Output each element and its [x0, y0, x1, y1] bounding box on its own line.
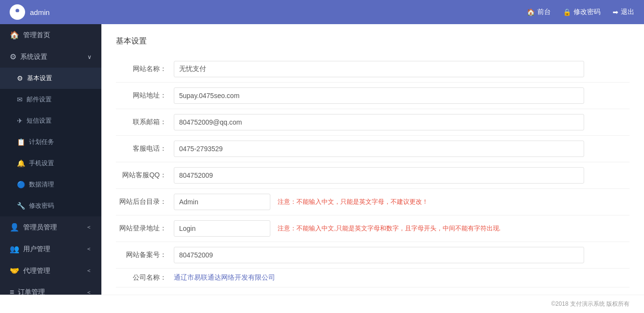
field-control-site-name — [174, 61, 584, 77]
sidebar-submenu-system: ⚙ 基本设置 ✉ 邮件设置 ✈ 短信设置 📋 计划任务 🔔 手机设置 🔵 数据 — [0, 68, 101, 216]
users-icon: 👥 — [10, 244, 19, 254]
contact-email-input[interactable] — [174, 114, 584, 130]
copyright-text: ©2018 支付演示系统 版权所有 — [551, 300, 630, 307]
site-qq-input[interactable] — [174, 167, 584, 184]
order-icon: ≡ — [10, 288, 14, 295]
bell-icon: 🔔 — [17, 159, 25, 167]
sidebar-item-label: 数据清理 — [29, 180, 92, 189]
form-row-company: 公司名称： 通辽市易联通达网络开发有限公司 — [116, 269, 630, 287]
sidebar-group-label: 用户管理 — [23, 245, 82, 254]
lock-icon: 🔒 — [563, 8, 571, 16]
page-title: 基本设置 — [116, 36, 630, 46]
chevron-left-icon: ＜ — [86, 267, 92, 275]
chevron-down-icon: ∨ — [87, 54, 92, 60]
sidebar-item-agent[interactable]: 🤝 代理管理 ＜ — [0, 260, 101, 282]
task-icon: 📋 — [17, 138, 25, 146]
login-url-input[interactable] — [174, 220, 270, 237]
site-url-input[interactable] — [174, 87, 584, 104]
frontend-label: 前台 — [537, 8, 551, 16]
mail-icon: ✉ — [17, 96, 23, 103]
frontend-button[interactable]: 🏠 前台 — [527, 8, 551, 16]
sidebar-item-user[interactable]: 👥 用户管理 ＜ — [0, 238, 101, 260]
logout-button[interactable]: ➡ 退出 — [613, 8, 634, 16]
form-row-site-name: 网站名称： — [116, 56, 630, 83]
site-name-input[interactable] — [174, 61, 584, 77]
header-username: admin — [30, 8, 50, 16]
sidebar-item-admin[interactable]: 👤 管理员管理 ＜ — [0, 216, 101, 238]
sidebar-group-label: 系统设置 — [20, 53, 84, 61]
sidebar-item-sms[interactable]: ✈ 短信设置 — [0, 110, 101, 131]
field-control-site-url — [174, 87, 584, 104]
sidebar-item-password[interactable]: 🔧 修改密码 — [0, 195, 101, 216]
exit-icon: ➡ — [613, 8, 618, 16]
field-label-site-qq: 网站客服QQ： — [116, 171, 174, 180]
service-phone-input[interactable] — [174, 141, 584, 157]
sidebar-group-label: 代理管理 — [23, 267, 82, 275]
sidebar-item-label: 计划任务 — [29, 138, 92, 146]
chevron-left-icon: ＜ — [86, 223, 92, 231]
change-password-label: 修改密码 — [574, 8, 601, 16]
backend-dir-input[interactable] — [174, 194, 270, 210]
admin-icon: 👤 — [10, 223, 19, 232]
field-control-backend-dir: 注意：不能输入中文，只能是英文字母，不建议更改！ — [174, 194, 584, 210]
field-label-service-phone: 客服电话： — [116, 144, 174, 153]
sidebar-item-label: 修改密码 — [29, 201, 92, 210]
form-row-login-url: 网站登录地址： 注意：不能输入中文,只能是英文字母和数字，且字母开头，中间不能有… — [116, 215, 630, 242]
sidebar-item-dashboard[interactable]: 🏠 管理首页 — [0, 24, 101, 46]
form-row-contact-email: 联系邮箱： — [116, 109, 630, 136]
login-url-note: 注意：不能输入中文,只能是英文字母和数字，且字母开头，中间不能有字符出现. — [278, 224, 501, 233]
sidebar-group-label: 管理员管理 — [23, 223, 82, 232]
header: admin 🏠 前台 🔒 修改密码 ➡ 退出 — [0, 0, 644, 24]
data-icon: 🔵 — [17, 181, 25, 188]
main-layout: 🏠 管理首页 ⚙ 系统设置 ∨ ⚙ 基本设置 ✉ 邮件设置 ✈ 短信设置 📋 — [0, 24, 644, 295]
gear-icon: ⚙ — [17, 74, 23, 82]
logout-label: 退出 — [621, 8, 634, 16]
sidebar-item-order[interactable]: ≡ 订单管理 ＜ — [0, 282, 101, 295]
field-label-icp: 网站备案号： — [116, 251, 174, 259]
sidebar-item-label: 手机设置 — [29, 159, 92, 168]
field-label-backend-dir: 网站后台目录： — [116, 198, 174, 206]
field-control-login-url: 注意：不能输入中文,只能是英文字母和数字，且字母开头，中间不能有字符出现. — [174, 220, 584, 237]
sidebar: 🏠 管理首页 ⚙ 系统设置 ∨ ⚙ 基本设置 ✉ 邮件设置 ✈ 短信设置 📋 — [0, 24, 101, 295]
gear-icon: ⚙ — [10, 52, 16, 61]
sidebar-item-data[interactable]: 🔵 数据清理 — [0, 174, 101, 195]
chevron-left-icon: ＜ — [86, 288, 92, 295]
sidebar-item-mobile[interactable]: 🔔 手机设置 — [0, 153, 101, 174]
form-row-site-url: 网站地址： — [116, 83, 630, 109]
sidebar-item-label: 邮件设置 — [27, 95, 92, 104]
field-label-site-url: 网站地址： — [116, 91, 174, 100]
sidebar-item-label: 基本设置 — [27, 74, 92, 83]
field-control-company: 通辽市易联通达网络开发有限公司 — [174, 273, 584, 282]
sidebar-item-mail[interactable]: ✉ 邮件设置 — [0, 89, 101, 110]
avatar — [10, 4, 25, 20]
sms-icon: ✈ — [17, 117, 23, 125]
home-icon: 🏠 — [10, 30, 19, 40]
field-control-service-phone — [174, 141, 584, 157]
header-right: 🏠 前台 🔒 修改密码 ➡ 退出 — [527, 8, 634, 16]
form-row-site-qq: 网站客服QQ： — [116, 162, 630, 189]
sidebar-item-basic[interactable]: ⚙ 基本设置 — [0, 68, 101, 89]
sidebar-group-label: 订单管理 — [18, 288, 82, 295]
sidebar-item-task[interactable]: 📋 计划任务 — [0, 131, 101, 153]
backend-dir-note: 注意：不能输入中文，只能是英文字母，不建议更改！ — [278, 198, 428, 206]
field-label-site-name: 网站名称： — [116, 65, 174, 73]
change-password-button[interactable]: 🔒 修改密码 — [563, 8, 601, 16]
field-label-contact-email: 联系邮箱： — [116, 118, 174, 127]
svg-point-0 — [15, 9, 20, 13]
field-label-login-url: 网站登录地址： — [116, 224, 174, 233]
form-row-icp: 网站备案号： — [116, 242, 630, 269]
icp-input[interactable] — [174, 247, 584, 263]
field-control-icp — [174, 247, 584, 263]
wrench-icon: 🔧 — [17, 202, 25, 210]
sidebar-item-label: 管理首页 — [23, 31, 92, 40]
chevron-left-icon: ＜ — [86, 245, 92, 253]
sidebar-item-system[interactable]: ⚙ 系统设置 ∨ — [0, 46, 101, 68]
company-name-link[interactable]: 通辽市易联通达网络开发有限公司 — [174, 273, 275, 282]
field-label-company: 公司名称： — [116, 273, 174, 282]
form-row-backend-dir: 网站后台目录： 注意：不能输入中文，只能是英文字母，不建议更改！ — [116, 189, 630, 215]
sidebar-item-label: 短信设置 — [27, 116, 92, 125]
content-area: 基本设置 网站名称： 网站地址： 联系邮箱： 客服电话： — [101, 24, 644, 295]
form-row-service-phone: 客服电话： — [116, 136, 630, 162]
home-icon: 🏠 — [527, 8, 535, 16]
header-left: admin — [10, 4, 50, 20]
